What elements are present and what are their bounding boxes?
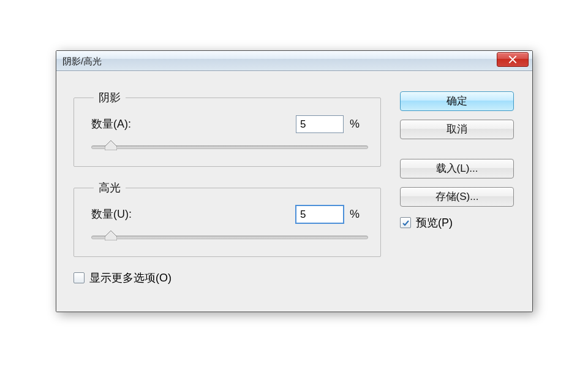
shadows-amount-input[interactable]: 5: [296, 115, 344, 133]
preview-row: 预览(P): [400, 215, 514, 230]
preview-label: 预览(P): [416, 215, 453, 230]
preview-checkbox[interactable]: [400, 217, 411, 228]
slider-thumb-icon[interactable]: [105, 231, 117, 240]
shadows-amount-unit: %: [350, 118, 368, 131]
slider-thumb-icon[interactable]: [105, 140, 117, 150]
slider-track: [91, 236, 368, 239]
check-icon: [402, 219, 410, 227]
ok-button[interactable]: 确定: [400, 91, 514, 111]
highlights-amount-slider[interactable]: [91, 232, 368, 243]
highlights-legend: 高光: [94, 180, 126, 195]
titlebar-text: 阴影/高光: [56, 51, 102, 71]
show-more-checkbox[interactable]: [74, 272, 85, 283]
close-icon: [508, 55, 517, 64]
highlights-amount-unit: %: [350, 208, 368, 221]
shadows-amount-row: 数量(A): 5 %: [91, 113, 368, 134]
cancel-button[interactable]: 取消: [400, 120, 514, 139]
titlebar[interactable]: 阴影/高光: [56, 51, 532, 71]
dialog-client-area: 阴影 数量(A): 5 % 高光 数量(U): 5: [56, 71, 532, 312]
shadows-group: 阴影 数量(A): 5 %: [74, 90, 381, 167]
slider-track: [91, 145, 368, 149]
highlights-amount-label: 数量(U):: [91, 207, 290, 221]
save-button[interactable]: 存储(S)...: [400, 187, 514, 207]
highlights-amount-row: 数量(U): 5 %: [91, 204, 368, 224]
show-more-row: 显示更多选项(O): [74, 270, 381, 285]
shadows-amount-label: 数量(A):: [91, 117, 290, 131]
right-column: 确定 取消 载入(L)... 存储(S)... 预览(P): [400, 91, 514, 230]
shadows-legend: 阴影: [94, 90, 126, 105]
show-more-label: 显示更多选项(O): [89, 270, 172, 285]
left-column: 阴影 数量(A): 5 % 高光 数量(U): 5: [74, 90, 381, 285]
svg-marker-0: [105, 140, 117, 150]
shadows-highlights-dialog: 阴影/高光 阴影 数量(A): 5 %: [56, 50, 533, 312]
highlights-group: 高光 数量(U): 5 %: [74, 180, 381, 257]
close-button[interactable]: [497, 52, 529, 67]
highlights-amount-input[interactable]: 5: [296, 205, 344, 223]
load-button[interactable]: 载入(L)...: [400, 159, 514, 178]
shadows-amount-slider[interactable]: [91, 142, 368, 153]
svg-marker-1: [105, 231, 117, 240]
